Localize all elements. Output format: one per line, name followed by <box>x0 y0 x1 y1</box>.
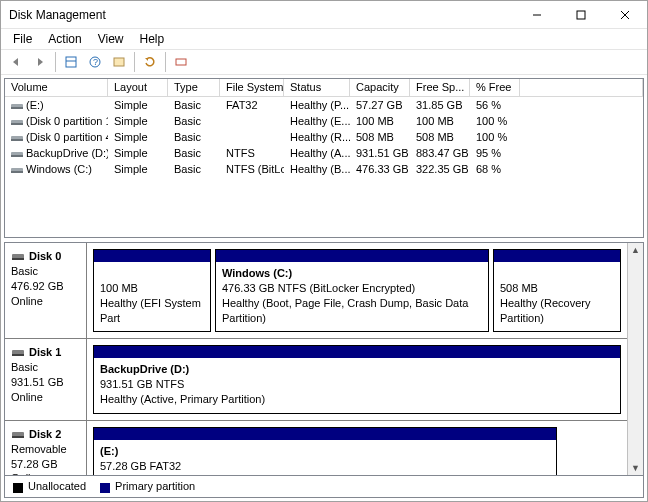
partition[interactable]: 508 MBHealthy (Recovery Partition) <box>493 249 621 332</box>
svg-rect-9 <box>176 59 186 65</box>
part-status: Healthy (EFI System Part <box>100 297 201 324</box>
drive-icon <box>11 117 23 127</box>
separator <box>134 52 135 72</box>
menu-file[interactable]: File <box>5 30 40 48</box>
col-pfree[interactable]: % Free <box>470 79 520 97</box>
legend-primary: Primary partition <box>100 480 195 492</box>
table-row[interactable]: (Disk 0 partition 1)SimpleBasicHealthy (… <box>5 113 643 129</box>
disk-info: Disk 2 Removable 57.28 GB Online <box>5 421 87 475</box>
volume-list[interactable]: Volume Layout Type File System Status Ca… <box>4 78 644 238</box>
menu-bar: File Action View Help <box>1 29 647 49</box>
disk-size: 476.92 GB <box>11 280 64 292</box>
scroll-down-icon[interactable]: ▼ <box>631 463 640 473</box>
col-type[interactable]: Type <box>168 79 220 97</box>
help-button[interactable]: ? <box>84 51 106 73</box>
partition[interactable]: BackupDrive (D:)931.51 GB NTFSHealthy (A… <box>93 345 621 414</box>
swatch-primary <box>100 483 110 493</box>
forward-button[interactable] <box>29 51 51 73</box>
action-button[interactable] <box>170 51 192 73</box>
svg-rect-17 <box>11 155 23 157</box>
toolbar: ? <box>1 49 647 75</box>
col-spacer <box>520 79 643 97</box>
svg-rect-4 <box>66 57 76 67</box>
svg-rect-11 <box>11 107 23 109</box>
close-button[interactable] <box>603 1 647 29</box>
col-layout[interactable]: Layout <box>108 79 168 97</box>
partition[interactable]: (E:)57.28 GB FAT32Healthy (Primary Parti… <box>93 427 557 475</box>
title-bar: Disk Management <box>1 1 647 29</box>
svg-rect-21 <box>12 258 24 260</box>
drive-icon <box>11 165 23 175</box>
part-title: BackupDrive (D:) <box>100 363 189 375</box>
disk-management-window: Disk Management File Action View Help ? … <box>0 0 648 502</box>
refresh-button[interactable] <box>139 51 161 73</box>
menu-help[interactable]: Help <box>132 30 173 48</box>
col-capacity[interactable]: Capacity <box>350 79 410 97</box>
disk-icon <box>11 251 25 263</box>
scroll-up-icon[interactable]: ▲ <box>631 245 640 255</box>
part-size: 931.51 GB NTFS <box>100 378 184 390</box>
part-size: 476.33 GB NTFS (BitLocker Encrypted) <box>222 282 415 294</box>
minimize-button[interactable] <box>515 1 559 29</box>
col-fs[interactable]: File System <box>220 79 284 97</box>
disk-row[interactable]: Disk 2 Removable 57.28 GB Online (E:)57.… <box>5 421 627 475</box>
disk-state: Online <box>11 472 43 475</box>
legend-unallocated: Unallocated <box>13 480 86 492</box>
part-status: Healthy (Active, Primary Partition) <box>100 393 265 405</box>
disk-row[interactable]: Disk 1 Basic 931.51 GB Online BackupDriv… <box>5 339 627 421</box>
partition[interactable]: Windows (C:)476.33 GB NTFS (BitLocker En… <box>215 249 489 332</box>
disk-type: Removable <box>11 443 67 455</box>
disk-type: Basic <box>11 265 38 277</box>
table-row[interactable]: (Disk 0 partition 4)SimpleBasicHealthy (… <box>5 129 643 145</box>
part-size: 100 MB <box>100 282 138 294</box>
scrollbar[interactable]: ▲ ▼ <box>627 243 643 475</box>
disk-graph: Disk 0 Basic 476.92 GB Online 100 MBHeal… <box>4 242 644 476</box>
menu-action[interactable]: Action <box>40 30 89 48</box>
disk-state: Online <box>11 391 43 403</box>
svg-rect-23 <box>12 354 24 356</box>
svg-rect-19 <box>11 171 23 173</box>
disk-row[interactable]: Disk 0 Basic 476.92 GB Online 100 MBHeal… <box>5 243 627 339</box>
view-graph-button[interactable] <box>108 51 130 73</box>
disk-size: 57.28 GB <box>11 458 57 470</box>
content-area: Volume Layout Type File System Status Ca… <box>1 75 647 501</box>
partition[interactable]: 100 MBHealthy (EFI System Part <box>93 249 211 332</box>
svg-rect-13 <box>11 123 23 125</box>
disk-info: Disk 0 Basic 476.92 GB Online <box>5 243 87 338</box>
part-size: 508 MB <box>500 282 538 294</box>
separator <box>55 52 56 72</box>
svg-rect-1 <box>577 11 585 19</box>
part-status: Healthy (Boot, Page File, Crash Dump, Ba… <box>222 297 468 324</box>
col-volume[interactable]: Volume <box>5 79 108 97</box>
table-row[interactable]: Windows (C:)SimpleBasicNTFS (BitLo...Hea… <box>5 161 643 177</box>
disk-info: Disk 1 Basic 931.51 GB Online <box>5 339 87 420</box>
back-button[interactable] <box>5 51 27 73</box>
disk-size: 931.51 GB <box>11 376 64 388</box>
part-title: (E:) <box>100 445 118 457</box>
column-headers: Volume Layout Type File System Status Ca… <box>5 79 643 97</box>
col-status[interactable]: Status <box>284 79 350 97</box>
view-list-button[interactable] <box>60 51 82 73</box>
disk-state: Online <box>11 295 43 307</box>
table-row[interactable]: BackupDrive (D:)SimpleBasicNTFSHealthy (… <box>5 145 643 161</box>
part-size: 57.28 GB FAT32 <box>100 460 181 472</box>
drive-icon <box>11 133 23 143</box>
maximize-button[interactable] <box>559 1 603 29</box>
col-free[interactable]: Free Sp... <box>410 79 470 97</box>
disk-type: Basic <box>11 361 38 373</box>
legend: Unallocated Primary partition <box>4 476 644 498</box>
part-title: Windows (C:) <box>222 267 292 279</box>
separator <box>165 52 166 72</box>
disk-title: Disk 2 <box>29 428 61 440</box>
table-row[interactable]: (E:)SimpleBasicFAT32Healthy (P...57.27 G… <box>5 97 643 113</box>
svg-rect-15 <box>11 139 23 141</box>
window-title: Disk Management <box>9 8 515 22</box>
svg-text:?: ? <box>93 57 98 67</box>
drive-icon <box>11 101 23 111</box>
disk-icon <box>11 429 25 441</box>
disk-icon <box>11 347 25 359</box>
part-status: Healthy (Recovery Partition) <box>500 297 590 324</box>
disk-title: Disk 0 <box>29 250 61 262</box>
svg-rect-25 <box>12 436 24 438</box>
menu-view[interactable]: View <box>90 30 132 48</box>
